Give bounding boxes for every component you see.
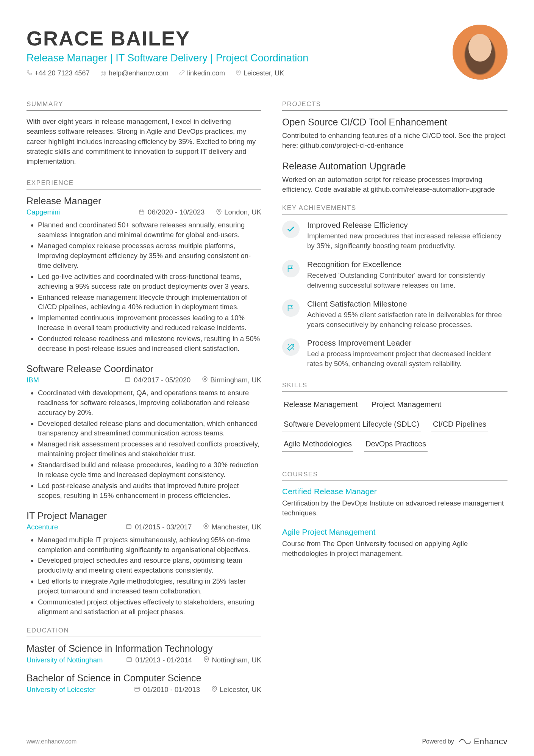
achievement-title: Improved Release Efficiency (307, 221, 507, 230)
logo-mark-icon (459, 736, 472, 747)
skill-item: Agile Methodologies (282, 437, 353, 452)
header-left: GRACE BAILEY Release Manager | IT Softwa… (27, 27, 453, 77)
achievement-desc: Received 'Outstanding Contributor' award… (307, 271, 507, 290)
courses-list: Certified Release Manager Certification … (282, 487, 507, 559)
link-value: linkedin.com (187, 69, 225, 77)
footer-right: Powered by Enhancv (422, 736, 507, 747)
svg-rect-1 (139, 210, 144, 214)
education-list: Master of Science in Information Technol… (27, 643, 261, 694)
achievements-list: Improved Release Efficiency Implemented … (282, 221, 507, 369)
education-heading: EDUCATION (27, 627, 261, 637)
course-item: Agile Project Management Course from The… (282, 527, 507, 559)
courses-heading: COURSES (282, 471, 507, 481)
experience-heading: EXPERIENCE (27, 179, 261, 189)
contact-row: +44 20 7123 4567 @ help@enhancv.com link… (27, 69, 453, 77)
svg-point-0 (238, 71, 239, 73)
bullet-item: Enhanced release management lifecycle th… (38, 293, 261, 312)
achievement-item: Recognition for Excellence Received 'Out… (282, 260, 507, 290)
achievement-body: Process Improvement Leader Led a process… (307, 338, 507, 369)
job-title: Release Manager (27, 196, 261, 207)
achievement-desc: Led a process improvement project that d… (307, 349, 507, 369)
skills-list: Release ManagementProject ManagementSoft… (282, 398, 507, 452)
avatar (453, 25, 507, 80)
flag-icon (282, 299, 300, 317)
phone-icon (27, 70, 32, 77)
bullet-item: Planned and coordinated 50+ software rel… (38, 220, 261, 240)
company-name: Capgemini (27, 208, 60, 216)
bullet-item: Coordinated with development, QA, and op… (38, 388, 261, 418)
location-value: Leicester, UK (244, 69, 284, 77)
edu-location: Leicester, UK (211, 686, 261, 694)
project-title: Release Automation Upgrade (282, 161, 507, 172)
edu-location: Nottingham, UK (203, 656, 261, 664)
flag-icon (282, 260, 300, 277)
skill-item: Software Development Lifecycle (SDLC) (282, 418, 421, 432)
person-tagline: Release Manager | IT Software Delivery |… (27, 52, 453, 64)
email-value: help@enhancv.com (109, 69, 169, 77)
enhancv-logo: Enhancv (459, 736, 507, 747)
resume-columns: SUMMARY With over eight years in release… (27, 100, 507, 702)
check-icon (282, 221, 300, 238)
svg-point-20 (206, 658, 207, 660)
at-icon: @ (100, 70, 106, 77)
school-name: University of Nottingham (27, 656, 103, 664)
summary-text: With over eight years in release managem… (27, 117, 261, 166)
job-title: Software Release Coordinator (27, 363, 261, 374)
calendar-icon (125, 376, 131, 383)
achievement-desc: Implemented new procedures that increase… (307, 231, 507, 251)
location-icon (203, 656, 209, 664)
degree-title: Master of Science in Information Technol… (27, 643, 261, 654)
projects-list: Open Source CI/CD Tool Enhancement Contr… (282, 117, 507, 194)
calendar-icon (126, 656, 132, 664)
bullet-item: Standardised build and release procedure… (38, 460, 261, 480)
bullet-item: Led post-release analysis and audits tha… (38, 481, 261, 501)
job-meta: IBM 04/2017 - 05/2020 Birmingham, UK (27, 376, 261, 384)
achievement-body: Recognition for Excellence Received 'Out… (307, 260, 507, 290)
calendar-icon (139, 209, 145, 216)
achievement-desc: Achieved a 95% client satisfaction rate … (307, 310, 507, 330)
achievement-item: Improved Release Efficiency Implemented … (282, 221, 507, 251)
svg-rect-16 (127, 658, 131, 662)
achievement-item: Client Satisfaction Milestone Achieved a… (282, 299, 507, 330)
calendar-icon (134, 686, 140, 693)
course-desc: Certification by the DevOps Institute on… (282, 498, 507, 518)
bullet-item: Developed detailed release plans and doc… (38, 419, 261, 438)
course-title: Agile Project Management (282, 527, 507, 537)
bullet-item: Managed multiple IT projects simultaneou… (38, 535, 261, 555)
svg-rect-21 (135, 687, 139, 692)
skill-item: Release Management (282, 398, 359, 412)
achievement-title: Client Satisfaction Milestone (307, 299, 507, 308)
location-icon (216, 209, 222, 216)
svg-rect-6 (125, 378, 130, 382)
job-location: Manchester, UK (203, 523, 261, 531)
projects-heading: PROJECTS (282, 100, 507, 111)
job-dates: 06/2020 - 10/2023 (139, 208, 205, 216)
location-icon (211, 686, 217, 693)
course-desc: Course from The Open University focused … (282, 539, 507, 559)
bullet-item: Led go-live activities and coordinated w… (38, 272, 261, 291)
bullet-item: Implemented continuous improvement proce… (38, 313, 261, 333)
powered-by-label: Powered by (422, 738, 454, 745)
achievement-body: Improved Release Efficiency Implemented … (307, 221, 507, 251)
svg-point-5 (218, 210, 220, 212)
achievement-item: Process Improvement Leader Led a process… (282, 338, 507, 369)
edu-meta: University of Nottingham 01/2013 - 01/20… (27, 656, 261, 664)
brand-name: Enhancv (474, 737, 507, 747)
location-icon (202, 376, 208, 383)
project-desc: Worked on an automation script for relea… (282, 175, 507, 195)
experience-item: IT Project Manager Accenture 01/2015 - 0… (27, 510, 261, 617)
experience-item: Release Manager Capgemini 06/2020 - 10/2… (27, 196, 261, 354)
svg-point-10 (204, 378, 206, 380)
wand-icon (282, 338, 300, 356)
achievement-body: Client Satisfaction Milestone Achieved a… (307, 299, 507, 330)
svg-point-25 (214, 688, 215, 689)
skill-item: CI/CD Pipelines (431, 418, 488, 432)
link-icon (179, 70, 185, 77)
job-bullets: Planned and coordinated 50+ software rel… (27, 220, 261, 354)
achievements-heading: KEY ACHIEVEMENTS (282, 204, 507, 214)
skill-item: Project Management (370, 398, 443, 412)
experience-item: Software Release Coordinator IBM 04/2017… (27, 363, 261, 501)
project-desc: Contributed to enhancing features of a n… (282, 131, 507, 151)
achievement-title: Process Improvement Leader (307, 338, 507, 347)
job-location: Birmingham, UK (202, 376, 261, 384)
